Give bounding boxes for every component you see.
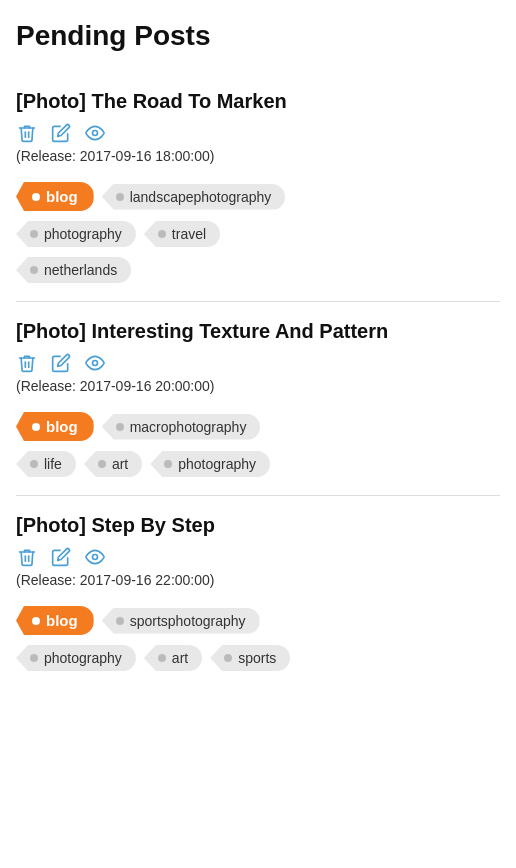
tag-dot xyxy=(158,654,166,662)
tags-row-1-3: netherlands xyxy=(16,257,500,283)
blog-tag-label: blog xyxy=(46,418,78,435)
tag-label: art xyxy=(112,456,128,472)
svg-point-1 xyxy=(93,361,98,366)
post-item-3: [Photo] Step By Step (Release: 2017-09-1… xyxy=(16,496,500,689)
post-release-1: (Release: 2017-09-16 18:00:00) xyxy=(16,148,500,164)
tag-dot xyxy=(30,266,38,274)
tag-dot xyxy=(224,654,232,662)
tag-dot xyxy=(98,460,106,468)
post-title-3: [Photo] Step By Step xyxy=(16,512,500,538)
tag-blog[interactable]: blog xyxy=(16,412,94,441)
tag-label: photography xyxy=(44,226,122,242)
edit-icon[interactable] xyxy=(50,352,72,374)
svg-point-0 xyxy=(93,131,98,136)
post-item-2: [Photo] Interesting Texture And Pattern … xyxy=(16,302,500,496)
tag-dot xyxy=(158,230,166,238)
tag-label: life xyxy=(44,456,62,472)
tag-sports[interactable]: sports xyxy=(210,645,290,671)
svg-point-2 xyxy=(93,555,98,560)
tag-sportsphotography[interactable]: sportsphotography xyxy=(102,608,260,634)
tag-dot xyxy=(30,460,38,468)
post-actions-1 xyxy=(16,122,500,144)
delete-icon[interactable] xyxy=(16,546,38,568)
tag-photography[interactable]: photography xyxy=(150,451,270,477)
tag-travel[interactable]: travel xyxy=(144,221,220,247)
tag-label: sports xyxy=(238,650,276,666)
tags-row-3-2: photographyartsports xyxy=(16,645,500,671)
tag-label: netherlands xyxy=(44,262,117,278)
tag-dot xyxy=(164,460,172,468)
page-title: Pending Posts xyxy=(16,20,500,52)
post-actions-3 xyxy=(16,546,500,568)
view-icon[interactable] xyxy=(84,122,106,144)
tag-label: photography xyxy=(178,456,256,472)
blog-tag-label: blog xyxy=(46,188,78,205)
post-title-2: [Photo] Interesting Texture And Pattern xyxy=(16,318,500,344)
tag-life[interactable]: life xyxy=(16,451,76,477)
tags-row-2-1: blogmacrophotography xyxy=(16,412,500,441)
post-actions-2 xyxy=(16,352,500,374)
tag-photography[interactable]: photography xyxy=(16,221,136,247)
tag-dot xyxy=(30,230,38,238)
tag-label: landscapephotography xyxy=(130,189,272,205)
post-tags-1: bloglandscapephotographyphotographytrave… xyxy=(16,178,500,283)
post-tags-2: blogmacrophotographylifeartphotography xyxy=(16,408,500,477)
post-item-1: [Photo] The Road To Marken (Release: 201… xyxy=(16,72,500,302)
tag-art[interactable]: art xyxy=(84,451,142,477)
delete-icon[interactable] xyxy=(16,122,38,144)
tag-macrophotography[interactable]: macrophotography xyxy=(102,414,261,440)
blog-tag-label: blog xyxy=(46,612,78,629)
blog-tag-dot xyxy=(32,193,40,201)
tag-blog[interactable]: blog xyxy=(16,182,94,211)
view-icon[interactable] xyxy=(84,546,106,568)
post-release-3: (Release: 2017-09-16 22:00:00) xyxy=(16,572,500,588)
post-release-2: (Release: 2017-09-16 20:00:00) xyxy=(16,378,500,394)
tag-label: sportsphotography xyxy=(130,613,246,629)
tag-dot xyxy=(116,193,124,201)
blog-tag-dot xyxy=(32,617,40,625)
view-icon[interactable] xyxy=(84,352,106,374)
tag-label: art xyxy=(172,650,188,666)
tag-label: photography xyxy=(44,650,122,666)
blog-tag-dot xyxy=(32,423,40,431)
tags-row-3-1: blogsportsphotography xyxy=(16,606,500,635)
edit-icon[interactable] xyxy=(50,122,72,144)
edit-icon[interactable] xyxy=(50,546,72,568)
tag-photography[interactable]: photography xyxy=(16,645,136,671)
tag-dot xyxy=(30,654,38,662)
delete-icon[interactable] xyxy=(16,352,38,374)
post-tags-3: blogsportsphotographyphotographyartsport… xyxy=(16,602,500,671)
tag-dot xyxy=(116,617,124,625)
tag-label: travel xyxy=(172,226,206,242)
tag-label: macrophotography xyxy=(130,419,247,435)
tag-landscapephotography[interactable]: landscapephotography xyxy=(102,184,286,210)
posts-list: [Photo] The Road To Marken (Release: 201… xyxy=(16,72,500,689)
tags-row-1-1: bloglandscapephotography xyxy=(16,182,500,211)
tag-netherlands[interactable]: netherlands xyxy=(16,257,131,283)
tag-dot xyxy=(116,423,124,431)
tags-row-2-2: lifeartphotography xyxy=(16,451,500,477)
tags-row-1-2: photographytravel xyxy=(16,221,500,247)
tag-blog[interactable]: blog xyxy=(16,606,94,635)
tag-art[interactable]: art xyxy=(144,645,202,671)
post-title-1: [Photo] The Road To Marken xyxy=(16,88,500,114)
